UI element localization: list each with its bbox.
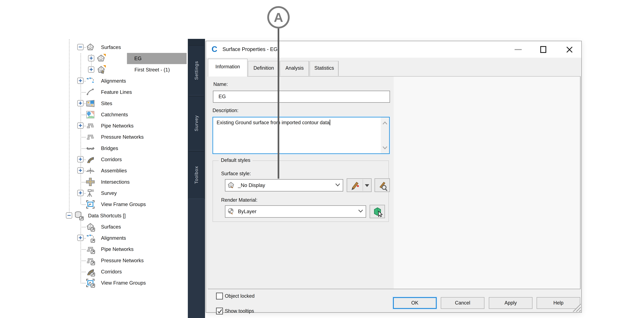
- surface-style-combobox[interactable]: _No Display: [225, 179, 343, 191]
- tree-item-label[interactable]: Sites: [101, 98, 112, 109]
- tree-item-corridors[interactable]: +Corridors: [0, 154, 188, 165]
- side-tabbar-tail: [188, 199, 205, 318]
- side-tab-toolbox[interactable]: Toolbox: [189, 151, 204, 199]
- close-button[interactable]: [561, 41, 578, 58]
- check-icon: [217, 309, 223, 314]
- expand-plus-icon[interactable]: +: [77, 190, 84, 196]
- tree-item-label[interactable]: Catchments: [101, 109, 128, 120]
- render-material-combobox[interactable]: ByLayer: [225, 205, 366, 218]
- tree-item-label[interactable]: Bridges: [101, 143, 118, 154]
- description-scrollbar[interactable]: [381, 117, 389, 153]
- tree-item-label[interactable]: Survey: [101, 188, 117, 199]
- alignment-icon: [86, 76, 95, 86]
- apply-button[interactable]: Apply: [489, 297, 532, 309]
- tree-item-view-frame-groups[interactable]: View Frame Groups: [0, 199, 188, 210]
- tree-item-label[interactable]: Surfaces: [101, 42, 121, 53]
- side-tab-label: Survey: [194, 115, 199, 131]
- expand-plus-icon[interactable]: +: [77, 156, 84, 162]
- side-tab-settings[interactable]: Settings: [189, 45, 204, 95]
- tab-definition[interactable]: Definition: [248, 61, 280, 76]
- tree-item-label[interactable]: Corridors: [101, 266, 122, 277]
- tree-item-label[interactable]: Intersections: [101, 176, 130, 188]
- tree-item-label[interactable]: View Frame Groups: [101, 277, 146, 289]
- tree-item-corridors[interactable]: Corridors: [0, 266, 188, 277]
- tree-item-label[interactable]: Surfaces: [101, 221, 121, 233]
- tree-item-label[interactable]: Data Shortcuts []: [88, 210, 126, 221]
- description-textarea[interactable]: Existing Ground surface from imported co…: [212, 117, 390, 154]
- tree-item-label[interactable]: Alignments: [101, 233, 126, 244]
- tree-item-pipe-networks[interactable]: Pipe Networks: [0, 244, 188, 255]
- scroll-down-icon[interactable]: [382, 146, 388, 150]
- tree-item-label[interactable]: Alignments: [101, 75, 126, 87]
- civil3d-app-icon: C: [212, 45, 219, 53]
- scroll-up-icon[interactable]: [382, 121, 388, 125]
- expand-plus-icon[interactable]: +: [77, 100, 84, 106]
- tree-item-label[interactable]: Feature Lines: [101, 87, 132, 98]
- tree-item-alignments[interactable]: +Alignments: [0, 233, 188, 244]
- ok-button[interactable]: OK: [393, 297, 437, 309]
- tree-item-label[interactable]: Pipe Networks: [101, 244, 134, 255]
- tree-item-surfaces[interactable]: Surfaces: [0, 221, 188, 233]
- tree-item-label[interactable]: Pressure Networks: [101, 131, 144, 143]
- pipe-network-icon: [86, 245, 95, 254]
- pick-material-button[interactable]: [370, 205, 385, 218]
- tree-item-label[interactable]: First Street - (1): [134, 64, 170, 75]
- tree-item-pressure-networks[interactable]: Pressure Networks: [0, 255, 188, 266]
- tree-item-intersections[interactable]: Intersections: [0, 176, 188, 188]
- maximize-button[interactable]: [535, 41, 552, 58]
- expand-plus-icon[interactable]: +: [77, 78, 84, 84]
- cancel-button[interactable]: Cancel: [441, 297, 484, 309]
- close-icon: [566, 46, 573, 53]
- minimize-button[interactable]: [510, 41, 526, 58]
- tree-item-view-frame-groups[interactable]: View Frame Groups: [0, 277, 188, 289]
- dialog-titlebar[interactable]: C Surface Properties - EG: [206, 41, 581, 58]
- help-button[interactable]: Help: [536, 297, 580, 309]
- tab-statistics[interactable]: Statistics: [310, 61, 339, 76]
- tree-item-label[interactable]: EG: [127, 53, 186, 64]
- render-material-icon: [227, 207, 235, 215]
- tree-item-bridges[interactable]: Bridges: [0, 143, 188, 154]
- expand-plus-icon[interactable]: +: [88, 55, 94, 61]
- expand-plus-icon[interactable]: +: [77, 167, 84, 174]
- expand-plus-icon[interactable]: +: [88, 66, 94, 73]
- dropdown-arrow-icon[interactable]: [365, 184, 369, 187]
- style-preview-button[interactable]: [374, 178, 390, 192]
- tree-item-feature-lines[interactable]: Feature Lines: [0, 87, 188, 98]
- tree-item-label[interactable]: Pressure Networks: [101, 255, 144, 266]
- tree-item-data-shortcuts[interactable]: −Data Shortcuts []: [0, 210, 188, 221]
- prospector-tree: −Surfaces+EG+First Street - (1)+Alignmen…: [0, 0, 188, 318]
- tree-item-assemblies[interactable]: +Assemblies: [0, 165, 188, 176]
- expand-plus-icon[interactable]: +: [77, 235, 84, 241]
- tree-connector-stub: [82, 204, 86, 205]
- tree-item-label[interactable]: Assemblies: [101, 165, 127, 176]
- tree-item-alignments[interactable]: +Alignments: [0, 75, 188, 87]
- tree-item-eg[interactable]: +EG: [0, 53, 188, 64]
- tab-analysis[interactable]: Analysis: [280, 61, 309, 76]
- tree-item-pressure-networks[interactable]: Pressure Networks: [0, 131, 188, 143]
- tree-item-label[interactable]: View Frame Groups: [101, 199, 146, 210]
- tree-connector-stub: [82, 92, 86, 93]
- chevron-down-icon[interactable]: [335, 183, 340, 187]
- expand-plus-icon[interactable]: +: [77, 122, 84, 129]
- surface-style-icon: [227, 181, 235, 189]
- tree-item-label[interactable]: Pipe Networks: [101, 120, 134, 131]
- tab-information[interactable]: Information: [208, 59, 248, 76]
- tree-item-first-street-1[interactable]: +First Street - (1): [0, 64, 188, 75]
- tree-item-label[interactable]: Corridors: [101, 154, 122, 165]
- tree-item-pipe-networks[interactable]: +Pipe Networks: [0, 120, 188, 131]
- tree-item-survey[interactable]: +Survey: [0, 188, 188, 199]
- tree-connector-stub: [82, 137, 86, 138]
- edit-style-split-button[interactable]: [347, 178, 372, 192]
- tree-connector-stub: [82, 261, 86, 261]
- chevron-down-icon[interactable]: [358, 209, 363, 213]
- tree-item-catchments[interactable]: Catchments: [0, 109, 188, 120]
- name-input[interactable]: EG: [213, 91, 390, 103]
- show-tooltips-checkbox[interactable]: [216, 308, 223, 315]
- object-locked-checkbox[interactable]: [216, 293, 223, 300]
- tree-item-surfaces[interactable]: −Surfaces: [0, 42, 188, 53]
- intersection-icon: [86, 177, 95, 187]
- collapse-minus-icon[interactable]: −: [66, 212, 72, 219]
- tree-item-sites[interactable]: +Sites: [0, 98, 188, 109]
- side-tab-survey[interactable]: Survey: [189, 96, 204, 151]
- collapse-minus-icon[interactable]: −: [77, 44, 84, 50]
